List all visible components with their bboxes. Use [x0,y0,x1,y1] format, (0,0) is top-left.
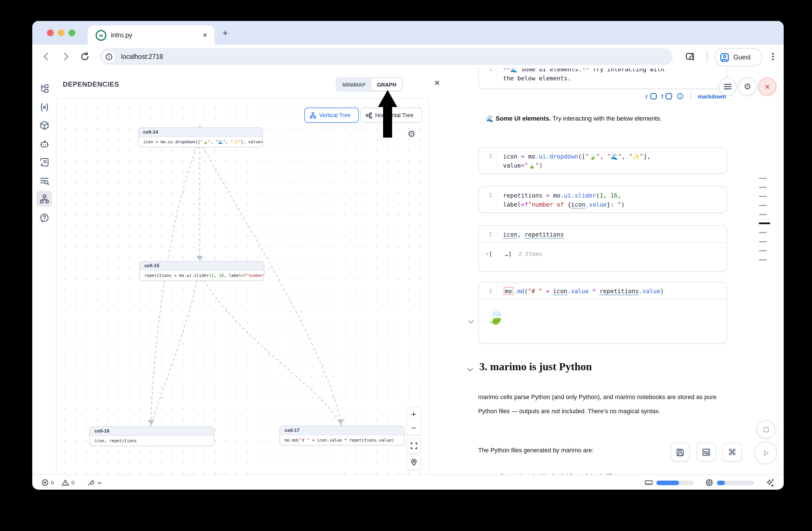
vertical-tree-icon [309,112,316,119]
help-icon [39,213,49,222]
language-badge[interactable]: markdown [698,93,726,99]
cell-code[interactable]: **🌊 Some UI elements.** Try interacting … [503,69,664,83]
checkbox-icon[interactable] [665,93,672,100]
sidebar-item-variables[interactable] [36,99,52,115]
url-text: localhost:2718 [121,53,163,60]
md-rest-text: Try interacting with the below elements. [551,115,662,122]
browser-window: m intro.py ✕ + localhost:2718 Guest [32,21,784,490]
collapsed-dots[interactable]: …] [505,251,511,257]
error-count[interactable]: 0 [41,479,54,486]
warning-count[interactable]: 0 [62,479,75,486]
back-icon[interactable] [41,52,52,62]
toc-line[interactable] [759,178,767,179]
traffic-light-minimize[interactable] [58,29,64,36]
cell-code[interactable]: icon, repetitions [503,230,564,239]
para-text: included. There’s no magical syntax. [560,407,661,414]
reload-icon[interactable] [80,52,90,62]
toc-line[interactable] [759,232,767,233]
zoom-out-button[interactable]: − [406,421,421,435]
tab-search-icon[interactable] [685,52,695,62]
graph-node-cell-15[interactable]: cell-15 repetitions = mo.ui.slider(1, 16… [139,261,264,281]
panel-close-icon[interactable]: ✕ [434,79,440,87]
forward-icon[interactable] [60,52,71,62]
bracket: [ [489,251,492,257]
node-id: cell-14 [139,128,263,137]
collapse-chevron-icon[interactable] [468,319,474,325]
info-icon[interactable] [677,93,684,100]
fit-view-icon [410,442,417,449]
notebook-settings-button[interactable]: ⚙ [738,77,756,96]
url-bar[interactable]: localhost:2718 [100,48,673,65]
expand-chevron[interactable]: › [485,251,489,257]
section-collapse-chevron-icon[interactable] [467,366,474,373]
cell-code[interactable]: repetitions = mo.ui.slider(1, 16,label=f… [503,191,625,209]
site-info-icon[interactable] [102,51,115,63]
toc-line[interactable] [759,205,767,206]
cell-slider-editor[interactable]: 1 repetitions = mo.ui.slider(1, 16,label… [478,186,727,213]
save-button[interactable] [670,443,690,461]
cell-tuple-editor[interactable]: 1 icon, repetitions ›[…] 2 Items [478,225,727,272]
format-label[interactable]: f [661,93,663,99]
app-sidebar [32,69,57,474]
checkbox-icon[interactable] [650,93,657,100]
browser-tab[interactable]: m intro.py ✕ [88,26,215,45]
md-bold-text: Some UI elements. [496,115,551,122]
cpu-progress-bar [717,480,754,485]
profile-button[interactable]: Guest [715,48,762,66]
connection-status[interactable] [87,479,102,487]
vertical-tree-label: Vertical Tree [319,112,350,118]
traffic-light-close[interactable] [47,29,54,36]
traffic-light-zoom[interactable] [69,29,75,36]
zoom-in-button[interactable]: + [406,406,421,422]
sidebar-item-packages[interactable] [36,117,52,133]
fit-view-button[interactable] [406,438,421,454]
graph-node-cell-14[interactable]: cell-14 icon = mo.ui.dropdown(["🍃", "🌊",… [138,127,263,147]
toc-line-active[interactable] [759,223,770,224]
cell-footer-controls: r f markdown [478,92,726,100]
memory-progress-bar [656,480,694,485]
cell-code[interactable]: mo.md("# " + icon.value * repetitions.va… [503,286,664,296]
toc-line[interactable] [759,196,767,197]
node-id: cell-15 [140,261,264,271]
cell-dropdown-editor[interactable]: 1 icon = mo.ui.dropdown(["🍃", "🌊", "✨"],… [478,147,727,174]
graph-node-cell-16[interactable]: cell-16 icon, repetitions [89,426,215,446]
cell-markdown-editor[interactable]: 1 **🌊 Some UI elements.** Try interactin… [478,69,727,89]
toc-line[interactable] [759,259,767,260]
scroll-icon [39,157,49,167]
menu-dots-icon[interactable] [768,52,778,62]
circle-x-icon [41,479,49,486]
annotation-arrow [371,89,405,162]
stop-square-icon [763,426,769,433]
toc-line[interactable] [759,241,767,242]
ai-assistant-button[interactable] [766,478,775,487]
new-tab-button[interactable]: + [222,28,228,39]
memory-usage [644,478,694,487]
toc-line[interactable] [759,187,767,188]
sidebar-item-logs[interactable] [36,154,52,170]
sidebar-item-snippets[interactable] [36,173,52,188]
tuple-output[interactable]: ›[…] 2 Items [479,243,727,265]
cell-code[interactable]: icon = mo.ui.dropdown(["🍃", "🌊", "✨"],va… [503,152,650,170]
graph-node-cell-17[interactable]: cell-17 mo.md("# " + icon.value * repeti… [279,426,405,446]
node-code: icon = mo.ui.dropdown(["🍃", "🌊", "✨"], v… [139,137,263,147]
gear-icon: ⚙ [744,82,752,92]
notebook-menu-button[interactable] [719,77,737,96]
vertical-tree-button[interactable]: Vertical Tree [304,107,359,123]
toc-line[interactable] [759,250,767,252]
run-on-change-label[interactable]: r [646,93,648,99]
sidebar-item-ai-chat[interactable] [36,136,52,152]
keyboard-shortcuts-button[interactable]: ⌘ [723,443,742,461]
tab-close-icon[interactable]: ✕ [203,31,208,39]
shutdown-button[interactable]: ✕ [758,77,777,96]
tab-minimap[interactable]: MINIMAP [337,78,371,90]
cell-md-editor[interactable]: 1 mo.md("# " + icon.value * repetitions.… [478,282,727,344]
locate-node-button[interactable] [406,455,421,470]
toc-line[interactable] [759,214,767,215]
stop-button[interactable] [756,420,775,439]
graph-settings-gear-icon[interactable]: ⚙ [407,129,416,139]
run-all-button[interactable] [754,442,777,464]
sidebar-item-dependencies[interactable] [36,191,52,206]
layout-button[interactable] [697,443,716,461]
sidebar-item-file-tree[interactable] [36,81,52,96]
sidebar-item-help[interactable] [36,210,52,225]
